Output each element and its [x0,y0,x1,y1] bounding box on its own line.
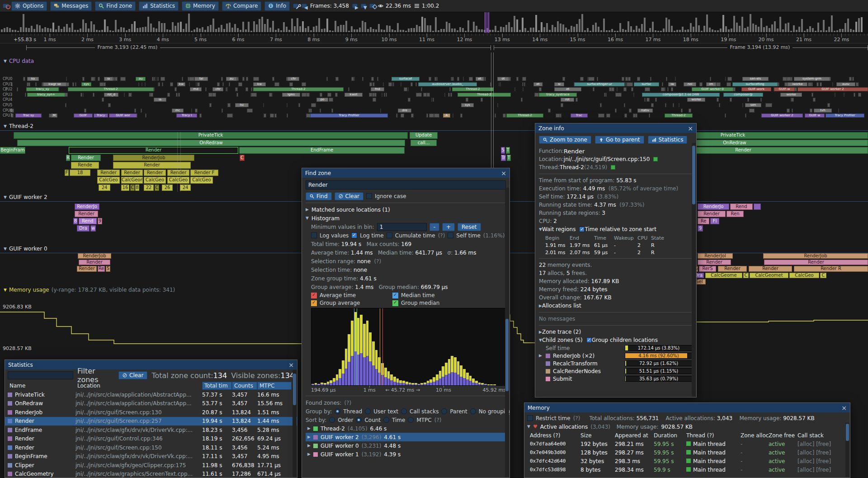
scrollbar[interactable] [845,423,849,477]
cpu-zone[interactable]: Tracy Profiler [310,114,388,118]
log-values-checkbox[interactable] [311,232,317,238]
cpu-zone[interactable]: surfacef [392,77,420,81]
timeline-zone[interactable]: Rende [71,162,99,169]
cpu-zone[interactable]: surfac [634,82,659,86]
timeline-zone[interactable]: Ren [726,211,744,217]
info-button[interactable]: Info [264,1,290,11]
user-text-radio[interactable] [365,408,371,414]
ignore-case-checkbox[interactable] [366,193,372,199]
legend-checkbox[interactable] [311,293,317,298]
cpu-zone[interactable]: GUIF-w [774,87,795,91]
timeline-zone[interactable]: RenderJo [698,204,729,210]
order-radio[interactable] [329,417,335,423]
child-zone-row[interactable]: CalcRenderNodes51.51 μs (1.15%) [539,367,693,375]
column-header[interactable]: Address (?) [530,432,580,439]
timeline-zone[interactable]: w [90,225,96,232]
cpu-zone[interactable]: Trac sy [15,114,42,118]
timeline-zone[interactable]: Tr [501,155,506,161]
cpu-zone[interactable]: sys [81,82,91,86]
column-header[interactable]: Call stack [797,432,847,439]
cpu-zone[interactable]: kw [253,82,266,86]
timeline-zone[interactable]: C [155,185,159,191]
thread-header[interactable]: ▼GUIF worker 2 [4,194,47,200]
cpu-zone[interactable]: au [136,77,146,81]
timeline-zone[interactable]: Render [121,170,143,176]
memory-titlebar[interactable]: Memory × [524,403,850,412]
timeline-zone[interactable]: Render [764,260,868,265]
filter-zones-input[interactable] [8,371,73,379]
cpu-zone[interactable]: nativ [637,109,653,113]
cpu-zone[interactable]: GUIF w [805,114,825,118]
cpu-zone[interactable]: Thread-2 [458,93,511,97]
allocation-row[interactable]: 0x7dfc42d64032 bytes298.3 ms59.95 sMain … [527,457,847,465]
cpu-zone[interactable]: im [706,82,716,86]
timeline-zone[interactable] [754,204,761,210]
timeline-zone[interactable]: C [240,155,245,161]
cpu-zone[interactable]: worke [780,93,802,97]
timeline-zone[interactable]: 5 [106,266,110,271]
timeline-zone[interactable]: S [501,147,505,154]
tools-button[interactable] [293,4,298,8]
column-header[interactable]: Size [580,432,615,439]
cpu-zone[interactable]: Thread-2 [665,114,693,118]
no-grouping-radio[interactable] [470,408,476,414]
timeline-zone[interactable]: Render [69,147,238,154]
cpu-zone[interactable]: kw [177,82,185,86]
cpu-zone[interactable]: cfir [212,87,223,91]
zoom-to-zone-button[interactable]: Zoom to zone [539,136,591,144]
column-header[interactable]: Thread (?) [686,432,741,439]
timeline-zone[interactable]: Re [98,266,105,271]
timeline-zone[interactable]: 26 [162,185,173,191]
statistics-row[interactable]: Renderjni/../jni/src/guif/Screen.cpp:257… [5,417,297,426]
cpu-zone[interactable]: et [554,87,581,91]
timeline-zone[interactable]: Render F [190,170,218,176]
timeline-zone[interactable]: Render R [794,266,868,271]
cpu-zone[interactable]: kwot [344,93,363,97]
cpu-zone[interactable]: cfir [288,77,299,81]
timeline-zone[interactable]: Render [113,162,191,169]
column-header[interactable]: Duration [654,432,686,439]
timeline-zone[interactable]: Render [71,155,101,161]
cpu-zone[interactable]: rot [561,98,574,102]
timeline-zone[interactable]: 16 [121,185,129,191]
cpu-zone[interactable]: md [190,87,202,91]
options-button[interactable]: Options [11,1,47,11]
statistics-row[interactable]: PrivateTickjni/../jni/src/claw/applicati… [5,390,297,399]
thread-header[interactable]: ▼Thread-2 [4,123,33,129]
column-header-total-tim[interactable]: Total tim [202,382,232,390]
min-bin-input[interactable]: 1 [377,223,427,231]
matched-source-locations[interactable]: ▶Matched source locations (1) [306,205,506,214]
cpu-zone[interactable]: Tracy Profiler [826,114,864,118]
statistics-row[interactable]: Clipperjni/../jni/src/claw/gfx/geo/Clipp… [5,461,297,470]
zone-trace-section[interactable]: ▶Zone trace (2) [539,328,693,336]
allocations-list[interactable]: ▶Allocations list [539,302,693,310]
legend-checkbox[interactable] [392,293,398,298]
cpu-zone[interactable]: M [51,114,57,118]
wait-regions-header[interactable]: ▼Wait regionsTime relative to zone start [539,225,693,233]
group-children-checkbox[interactable] [586,337,592,343]
next-frame-button[interactable]: ▶ [352,4,358,8]
scrollbar[interactable] [692,143,696,397]
timeline-zone[interactable]: CalcGeo [190,177,213,184]
timeline-zone[interactable]: RenderJob [78,253,111,259]
cpu-zone[interactable]: composer@2.1-se [HW [642,93,720,97]
timeline-zone[interactable]: Render [698,211,726,217]
cpu-zone[interactable]: au [226,77,237,81]
cpu-zone[interactable]: ia [104,77,113,81]
cpu-zone[interactable]: et [533,82,542,86]
restrict-time-checkbox[interactable] [527,415,533,421]
timeline-zone[interactable]: RenderJob [763,253,868,259]
cpu-zone[interactable]: audioserver /audio_ [418,82,477,86]
active-allocations-header[interactable]: ▼ ♥ Active allocations (3,043) Memory us… [527,422,847,431]
cpu-zone[interactable]: ausv [836,82,855,86]
timeline-zone[interactable]: RenderJol [698,253,733,259]
call-stacks-radio[interactable] [401,408,407,414]
close-icon[interactable]: × [501,170,506,176]
cpu-zone[interactable]: tracy_systrace [539,93,577,97]
increment-button[interactable]: + [442,223,455,231]
cpu-zone[interactable]: fal [194,77,208,81]
histogram-section[interactable]: ▼Histogram [306,214,506,222]
cpu-zone[interactable]: GUIF worker 0 [692,87,733,91]
statistics-row[interactable]: BeginFramejni/../jni/src/claw/gfx/drv/vk… [5,452,297,461]
child-zone-row[interactable]: ▶RenderJob (×2)4.16 ms (92.60%) [539,352,693,360]
